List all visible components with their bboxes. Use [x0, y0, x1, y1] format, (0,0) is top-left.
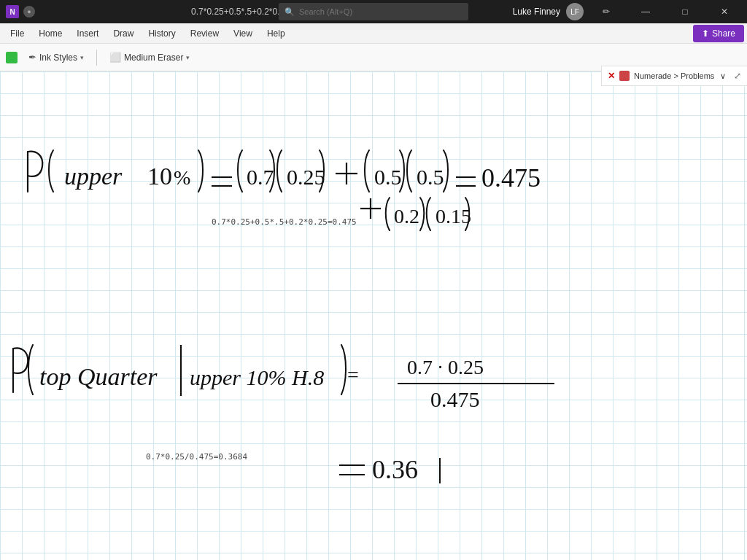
user-area: Luke Finney LF ✏ — □ ✕: [513, 0, 741, 23]
numerade-chevron[interactable]: ∨: [720, 71, 726, 81]
computed-text-1: 0.7*0.25+0.5*.5+0.2*0.25=0.475: [212, 217, 357, 227]
user-name: Luke Finney: [513, 7, 560, 17]
menu-view[interactable]: View: [226, 23, 260, 43]
numerade-close-button[interactable]: ✕: [608, 71, 615, 81]
chevron-down-icon: ▾: [80, 54, 84, 61]
eraser-icon: ⬜: [109, 52, 121, 63]
menu-review[interactable]: Review: [183, 23, 226, 43]
menu-file[interactable]: File: [3, 23, 31, 43]
close-button[interactable]: ✕: [708, 0, 741, 23]
chevron-down-icon-2: ▾: [186, 54, 190, 61]
app-icon: N: [6, 5, 19, 18]
svg-text:0.5: 0.5: [374, 165, 402, 189]
pen-icon[interactable]: ✏: [589, 0, 623, 23]
svg-text:0.15: 0.15: [436, 205, 471, 228]
avatar[interactable]: LF: [566, 3, 584, 20]
computed-text-2: 0.7*0.25/0.475=0.3684: [146, 452, 247, 462]
expand-icon[interactable]: ⤢: [734, 71, 741, 81]
menu-help[interactable]: Help: [260, 23, 293, 43]
share-button[interactable]: ⬆ Share: [693, 25, 744, 42]
svg-text:0.5: 0.5: [417, 165, 444, 189]
minimize-button[interactable]: —: [629, 0, 662, 23]
onenote-nav-icon: [6, 52, 18, 63]
titlebar: N ● 0.7*0.25+0.5*.5+0.2*0.25=0.475 - One…: [0, 0, 747, 23]
numerade-panel: ✕ Numerade > Problems ∨ ⤢: [601, 66, 747, 86]
svg-text:=: =: [347, 363, 359, 386]
numerade-label: Numerade > Problems: [634, 71, 714, 80]
eraser-button[interactable]: ⬜ Medium Eraser ▾: [103, 49, 196, 66]
svg-text:10: 10: [147, 163, 172, 190]
svg-text:upper 10% H.8: upper 10% H.8: [190, 365, 324, 389]
menu-history[interactable]: History: [141, 23, 182, 43]
ink-styles-button[interactable]: ✒ Ink Styles ▾: [22, 49, 90, 66]
menubar: File Home Insert Draw History Review Vie…: [0, 23, 747, 44]
tab-indicator: ●: [23, 6, 35, 18]
maximize-button[interactable]: □: [668, 0, 702, 23]
svg-text:0.7 · 0.25: 0.7 · 0.25: [407, 356, 484, 378]
svg-text:0.475: 0.475: [481, 163, 541, 192]
search-input[interactable]: [299, 7, 462, 16]
handwriting-canvas[interactable]: upper 10 % 0.7 0.25 0.5 0.5 0.475: [0, 71, 747, 560]
svg-text:%: %: [174, 166, 190, 189]
svg-text:top Quarter: top Quarter: [39, 363, 158, 390]
svg-text:upper: upper: [64, 163, 123, 190]
search-icon: 🔍: [285, 7, 295, 17]
svg-text:0.7: 0.7: [247, 165, 274, 189]
svg-text:0.475: 0.475: [430, 387, 480, 411]
menu-home[interactable]: Home: [31, 23, 69, 43]
svg-text:0.36: 0.36: [372, 455, 418, 484]
numerade-logo: [619, 71, 630, 81]
search-bar[interactable]: 🔍: [279, 3, 468, 20]
ink-styles-icon: ✒: [28, 52, 36, 63]
svg-text:0.25: 0.25: [287, 165, 325, 189]
menu-draw[interactable]: Draw: [106, 23, 141, 43]
share-icon: ⬆: [702, 28, 709, 39]
svg-text:0.2: 0.2: [394, 205, 419, 228]
menu-insert[interactable]: Insert: [69, 23, 106, 43]
canvas-area: 0.7*0.25+0.5*.5+0.2*0.25=0.475 0.7*0.25/…: [0, 71, 747, 560]
toolbar-separator: [96, 50, 97, 66]
